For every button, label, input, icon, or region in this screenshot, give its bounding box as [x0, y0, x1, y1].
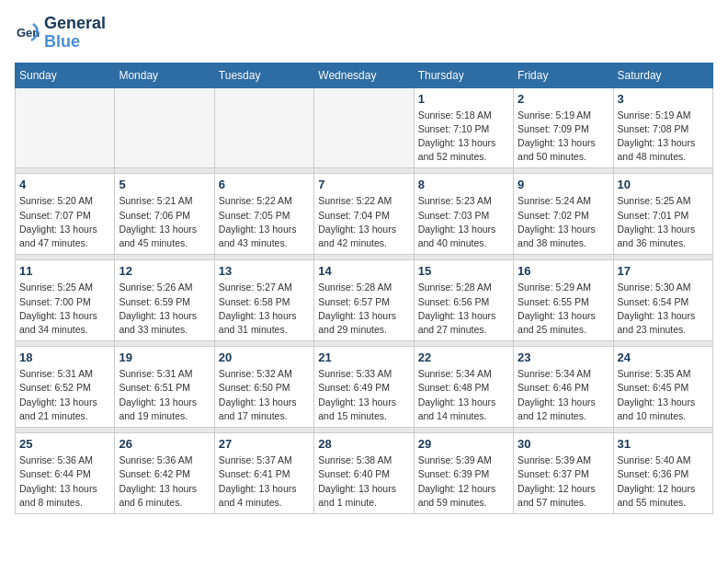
day-number: 4 — [19, 178, 110, 191]
day-info: Sunrise: 5:19 AMSunset: 7:08 PMDaylight:… — [618, 109, 709, 165]
calendar-day-cell: 25Sunrise: 5:36 AMSunset: 6:44 PMDayligh… — [16, 433, 115, 514]
calendar-day-cell: 9Sunrise: 5:24 AMSunset: 7:02 PMDaylight… — [514, 174, 613, 255]
page-header: General General Blue — [15, 15, 713, 52]
day-info: Sunrise: 5:32 AMSunset: 6:50 PMDaylight:… — [219, 367, 310, 423]
calendar-day-cell: 1Sunrise: 5:18 AMSunset: 7:10 PMDaylight… — [414, 87, 513, 168]
weekday-header-row: SundayMondayTuesdayWednesdayThursdayFrid… — [16, 63, 713, 87]
calendar-day-cell: 29Sunrise: 5:39 AMSunset: 6:39 PMDayligh… — [414, 433, 513, 514]
day-number: 14 — [318, 264, 409, 278]
day-number: 2 — [518, 92, 609, 106]
day-info: Sunrise: 5:33 AMSunset: 6:49 PMDaylight:… — [318, 367, 409, 423]
calendar-day-cell: 26Sunrise: 5:36 AMSunset: 6:42 PMDayligh… — [115, 433, 214, 514]
day-info: Sunrise: 5:21 AMSunset: 7:06 PMDaylight:… — [119, 194, 210, 250]
calendar-day-cell: 18Sunrise: 5:31 AMSunset: 6:52 PMDayligh… — [16, 347, 115, 428]
day-info: Sunrise: 5:31 AMSunset: 6:52 PMDaylight:… — [19, 367, 110, 423]
day-number: 25 — [19, 437, 110, 451]
calendar-day-cell: 21Sunrise: 5:33 AMSunset: 6:49 PMDayligh… — [314, 347, 414, 428]
calendar-week-row: 18Sunrise: 5:31 AMSunset: 6:52 PMDayligh… — [16, 347, 713, 428]
day-number: 22 — [418, 350, 509, 364]
day-info: Sunrise: 5:40 AMSunset: 6:36 PMDaylight:… — [618, 454, 709, 510]
day-number: 17 — [618, 264, 709, 278]
day-info: Sunrise: 5:39 AMSunset: 6:39 PMDaylight:… — [418, 454, 509, 510]
calendar-day-cell: 4Sunrise: 5:20 AMSunset: 7:07 PMDaylight… — [16, 174, 115, 255]
logo-text: General Blue — [44, 15, 106, 52]
day-info: Sunrise: 5:31 AMSunset: 6:51 PMDaylight:… — [119, 367, 210, 423]
calendar-day-cell: 20Sunrise: 5:32 AMSunset: 6:50 PMDayligh… — [214, 347, 313, 428]
day-info: Sunrise: 5:25 AMSunset: 7:00 PMDaylight:… — [19, 281, 110, 337]
weekday-header-friday: Friday — [514, 63, 613, 87]
calendar-day-cell: 7Sunrise: 5:22 AMSunset: 7:04 PMDaylight… — [314, 174, 414, 255]
day-info: Sunrise: 5:28 AMSunset: 6:57 PMDaylight:… — [318, 281, 409, 337]
calendar-day-cell: 2Sunrise: 5:19 AMSunset: 7:09 PMDaylight… — [514, 87, 613, 168]
day-info: Sunrise: 5:23 AMSunset: 7:03 PMDaylight:… — [418, 194, 509, 250]
day-number: 28 — [318, 437, 409, 451]
weekday-header-saturday: Saturday — [613, 63, 712, 87]
day-number: 10 — [618, 178, 709, 191]
calendar-day-cell: 5Sunrise: 5:21 AMSunset: 7:06 PMDaylight… — [115, 174, 214, 255]
day-info: Sunrise: 5:36 AMSunset: 6:44 PMDaylight:… — [19, 454, 110, 510]
weekday-header-wednesday: Wednesday — [314, 63, 414, 87]
day-info: Sunrise: 5:26 AMSunset: 6:59 PMDaylight:… — [119, 281, 210, 337]
day-info: Sunrise: 5:20 AMSunset: 7:07 PMDaylight:… — [19, 194, 110, 250]
day-number: 3 — [618, 92, 709, 106]
day-number: 1 — [418, 92, 509, 106]
day-info: Sunrise: 5:18 AMSunset: 7:10 PMDaylight:… — [418, 109, 509, 165]
calendar-week-row: 25Sunrise: 5:36 AMSunset: 6:44 PMDayligh… — [16, 433, 713, 514]
calendar-day-cell: 27Sunrise: 5:37 AMSunset: 6:41 PMDayligh… — [214, 433, 313, 514]
calendar-day-cell — [314, 87, 414, 168]
calendar-day-cell: 3Sunrise: 5:19 AMSunset: 7:08 PMDaylight… — [613, 87, 712, 168]
calendar-table: SundayMondayTuesdayWednesdayThursdayFrid… — [15, 63, 713, 514]
day-number: 8 — [418, 178, 509, 191]
day-number: 5 — [119, 178, 210, 191]
day-info: Sunrise: 5:37 AMSunset: 6:41 PMDaylight:… — [219, 454, 310, 510]
day-info: Sunrise: 5:30 AMSunset: 6:54 PMDaylight:… — [618, 281, 709, 337]
day-number: 24 — [618, 350, 709, 364]
calendar-day-cell — [214, 87, 313, 168]
calendar-day-cell: 14Sunrise: 5:28 AMSunset: 6:57 PMDayligh… — [314, 260, 414, 341]
day-number: 15 — [418, 264, 509, 278]
day-number: 27 — [219, 437, 310, 451]
day-info: Sunrise: 5:19 AMSunset: 7:09 PMDaylight:… — [518, 109, 609, 165]
day-number: 29 — [418, 437, 509, 451]
calendar-day-cell — [16, 87, 115, 168]
day-number: 23 — [518, 350, 609, 364]
day-info: Sunrise: 5:28 AMSunset: 6:56 PMDaylight:… — [418, 281, 509, 337]
day-number: 13 — [219, 264, 310, 278]
calendar-week-row: 1Sunrise: 5:18 AMSunset: 7:10 PMDaylight… — [16, 87, 713, 168]
day-info: Sunrise: 5:34 AMSunset: 6:48 PMDaylight:… — [418, 367, 509, 423]
day-info: Sunrise: 5:35 AMSunset: 6:45 PMDaylight:… — [618, 367, 709, 423]
calendar-day-cell: 15Sunrise: 5:28 AMSunset: 6:56 PMDayligh… — [414, 260, 513, 341]
day-number: 18 — [19, 350, 110, 364]
day-number: 30 — [518, 437, 609, 451]
calendar-day-cell — [115, 87, 214, 168]
day-number: 12 — [119, 264, 210, 278]
calendar-day-cell: 19Sunrise: 5:31 AMSunset: 6:51 PMDayligh… — [115, 347, 214, 428]
calendar-day-cell: 12Sunrise: 5:26 AMSunset: 6:59 PMDayligh… — [115, 260, 214, 341]
day-number: 19 — [119, 350, 210, 364]
weekday-header-thursday: Thursday — [414, 63, 513, 87]
calendar-day-cell: 17Sunrise: 5:30 AMSunset: 6:54 PMDayligh… — [613, 260, 712, 341]
day-info: Sunrise: 5:22 AMSunset: 7:05 PMDaylight:… — [219, 194, 310, 250]
day-number: 7 — [318, 178, 409, 191]
logo-icon: General — [15, 20, 40, 46]
day-info: Sunrise: 5:39 AMSunset: 6:37 PMDaylight:… — [518, 454, 609, 510]
calendar-day-cell: 31Sunrise: 5:40 AMSunset: 6:36 PMDayligh… — [613, 433, 712, 514]
calendar-day-cell: 30Sunrise: 5:39 AMSunset: 6:37 PMDayligh… — [514, 433, 613, 514]
calendar-day-cell: 11Sunrise: 5:25 AMSunset: 7:00 PMDayligh… — [16, 260, 115, 341]
day-number: 11 — [19, 264, 110, 278]
day-number: 31 — [618, 437, 709, 451]
weekday-header-monday: Monday — [115, 63, 214, 87]
weekday-header-tuesday: Tuesday — [214, 63, 313, 87]
day-info: Sunrise: 5:34 AMSunset: 6:46 PMDaylight:… — [518, 367, 609, 423]
day-info: Sunrise: 5:38 AMSunset: 6:40 PMDaylight:… — [318, 454, 409, 510]
day-number: 26 — [119, 437, 210, 451]
day-number: 6 — [219, 178, 310, 191]
day-number: 16 — [518, 264, 609, 278]
calendar-day-cell: 8Sunrise: 5:23 AMSunset: 7:03 PMDaylight… — [414, 174, 513, 255]
day-info: Sunrise: 5:22 AMSunset: 7:04 PMDaylight:… — [318, 194, 409, 250]
day-info: Sunrise: 5:24 AMSunset: 7:02 PMDaylight:… — [518, 194, 609, 250]
calendar-day-cell: 23Sunrise: 5:34 AMSunset: 6:46 PMDayligh… — [514, 347, 613, 428]
calendar-week-row: 4Sunrise: 5:20 AMSunset: 7:07 PMDaylight… — [16, 174, 713, 255]
calendar-day-cell: 16Sunrise: 5:29 AMSunset: 6:55 PMDayligh… — [514, 260, 613, 341]
calendar-day-cell: 13Sunrise: 5:27 AMSunset: 6:58 PMDayligh… — [214, 260, 313, 341]
